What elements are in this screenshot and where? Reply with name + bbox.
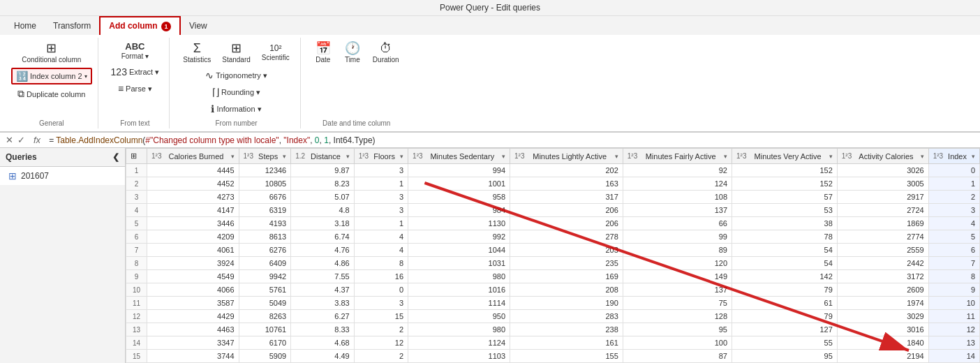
cell-9: 3026: [837, 164, 928, 177]
general-buttons-row2: 🔢 Index column 2 ▾: [11, 68, 92, 84]
cell-1: 3924: [147, 257, 239, 270]
information-button[interactable]: ℹ Information ▾: [207, 101, 265, 117]
calories-filter[interactable]: ▾: [231, 153, 235, 160]
sidebar-collapse-icon[interactable]: ❮: [112, 152, 119, 162]
cell-10: 1: [928, 177, 979, 191]
query-icon: ⊞: [8, 170, 17, 182]
cell-1: 4209: [147, 230, 239, 244]
row-number: 11: [126, 297, 147, 310]
formula-close-icon[interactable]: ✕: [6, 135, 13, 145]
steps-filter[interactable]: ▾: [283, 153, 286, 160]
col-header-distance[interactable]: 1.2 Distance ▾: [291, 149, 354, 164]
cell-5: 980: [408, 323, 510, 336]
cell-8: 38: [732, 217, 838, 230]
datetime-label: Date and time column: [322, 118, 390, 127]
cell-7: 137: [623, 204, 732, 217]
format-button[interactable]: ABC Format ▾: [117, 39, 154, 63]
sidebar-item-201607[interactable]: ⊞ 201607: [0, 167, 125, 185]
tab-home[interactable]: Home: [6, 16, 45, 35]
index-filter[interactable]: ▾: [972, 153, 975, 160]
row-number: 1: [126, 164, 147, 177]
index-column-button[interactable]: 🔢 Index column 2 ▾: [11, 68, 92, 84]
cell-4: 4: [354, 244, 408, 257]
statistics-button[interactable]: Σ Statistics: [178, 39, 216, 66]
col-header-index[interactable]: 1²3 Index ▾: [928, 149, 979, 164]
very-filter[interactable]: ▾: [829, 153, 833, 160]
tab-view[interactable]: View: [181, 16, 216, 35]
cell-1: 4147: [147, 204, 239, 217]
statistics-label: Statistics: [183, 56, 211, 64]
table-row: 11358750493.83311141907561197410: [126, 297, 980, 310]
cell-5: 1124: [408, 336, 510, 350]
from-number-row4: ℹ Information ▾: [207, 101, 265, 117]
cell-2: 10805: [239, 177, 291, 191]
cell-5: 994: [408, 164, 510, 177]
standard-button[interactable]: ⊞ Standard: [217, 39, 255, 66]
cell-10: 14: [928, 350, 979, 363]
cell-7: 120: [623, 257, 732, 270]
cell-7: 99: [623, 230, 732, 244]
col-header-fairly[interactable]: 1²3 Minutes Fairly Active ▾: [623, 149, 732, 164]
date-button[interactable]: 📅 Date: [309, 39, 337, 66]
cell-2: 9942: [239, 270, 291, 283]
date-icon: 📅: [315, 42, 331, 54]
col-header-sedentary[interactable]: 1²3 Minutes Sedentary ▾: [408, 149, 510, 164]
sidebar-title: Queries: [6, 152, 37, 162]
col-header-lightly[interactable]: 1²3 Minutes Lightly Active ▾: [510, 149, 623, 164]
col-header-steps[interactable]: 1²3 Steps ▾: [239, 149, 291, 164]
distance-filter[interactable]: ▾: [346, 153, 350, 160]
rounding-icon: ⌈⌋: [212, 87, 219, 98]
parse-button[interactable]: ≡ Parse ▾: [114, 81, 156, 96]
row-number: 15: [126, 350, 147, 363]
cell-8: 142: [732, 270, 838, 283]
cell-5: 1016: [408, 283, 510, 297]
cell-2: 5049: [239, 297, 291, 310]
lightly-filter[interactable]: ▾: [615, 153, 618, 160]
extract-button[interactable]: 123 Extract ▾: [107, 64, 164, 80]
rounding-button[interactable]: ⌈⌋ Rounding ▾: [208, 84, 265, 100]
from-number-row2: ∿ Trigonometry ▾: [201, 68, 271, 83]
conditional-column-button[interactable]: ⊞ Conditional column: [17, 39, 86, 66]
cell-9: 2609: [837, 283, 928, 297]
cell-8: 79: [732, 310, 838, 323]
col-header-activity-cal[interactable]: 1²3 Activity Calories ▾: [837, 149, 928, 164]
extract-label: Extract ▾: [129, 68, 159, 77]
cell-7: 89: [623, 244, 732, 257]
fairly-filter[interactable]: ▾: [724, 153, 727, 160]
duration-button[interactable]: ⏱ Duration: [368, 39, 404, 66]
cell-1: 4445: [147, 164, 239, 177]
scientific-button[interactable]: 10² Scientific: [257, 41, 295, 64]
grid-body: 14445123469.8739942029215230260244521080…: [126, 164, 980, 363]
col-header-calories[interactable]: 1²3 Calories Burned ▾: [147, 149, 239, 164]
cell-7: 137: [623, 283, 732, 297]
cell-3: 4.49: [291, 350, 354, 363]
floors-filter[interactable]: ▾: [400, 153, 403, 160]
col-header-floors[interactable]: 1²3 Floors ▾: [354, 149, 408, 164]
col-header-very[interactable]: 1²3 Minutes Very Active ▾: [732, 149, 838, 164]
table-row: 134463107618.33298023895127301612: [126, 323, 980, 336]
time-icon: 🕐: [345, 42, 360, 54]
trigonometry-button[interactable]: ∿ Trigonometry ▾: [201, 68, 271, 83]
activity-cal-filter[interactable]: ▾: [921, 153, 924, 160]
cell-3: 8.23: [291, 177, 354, 191]
duplicate-column-button[interactable]: ⧉ Duplicate column: [13, 86, 89, 102]
cell-1: 4273: [147, 191, 239, 204]
sedentary-filter[interactable]: ▾: [502, 153, 505, 160]
time-button[interactable]: 🕐 Time: [339, 39, 366, 66]
cell-10: 10: [928, 297, 979, 310]
from-number-row1: Σ Statistics ⊞ Standard 10² Scientific: [178, 39, 295, 66]
cell-5: 950: [408, 310, 510, 323]
tab-add-column[interactable]: Add column 1: [99, 16, 181, 35]
cell-6: 317: [510, 191, 623, 204]
cell-1: 3347: [147, 336, 239, 350]
tab-transform[interactable]: Transform: [45, 16, 99, 35]
cell-5: 1114: [408, 297, 510, 310]
cell-4: 1: [354, 177, 408, 191]
format-label: Format ▾: [121, 52, 149, 60]
formula-check-icon[interactable]: ✓: [17, 135, 25, 145]
cell-9: 1869: [837, 217, 928, 230]
cell-8: 152: [732, 164, 838, 177]
cell-8: 55: [732, 336, 838, 350]
cell-2: 12346: [239, 164, 291, 177]
cell-4: 2: [354, 323, 408, 336]
